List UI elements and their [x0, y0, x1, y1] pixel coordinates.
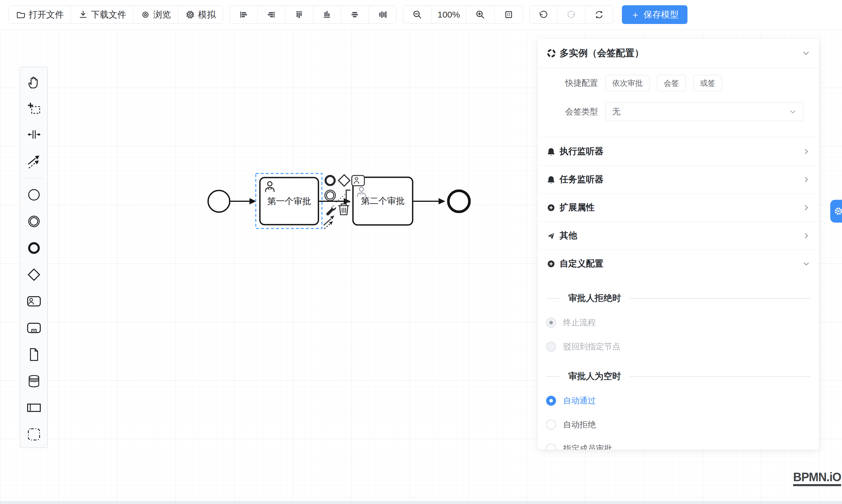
plus-icon: ＋ [631, 10, 640, 19]
radio-label: 指定成员审批 [563, 443, 612, 450]
create-start-event[interactable] [20, 181, 48, 208]
section-other[interactable]: 其他 [538, 221, 819, 250]
open-file-button[interactable]: 打开文件 [9, 6, 71, 23]
panel-section-list: 执行监听器 任务监听器 扩展属性 [538, 137, 819, 277]
preview-label: 浏览 [153, 9, 171, 21]
radio-icon[interactable] [546, 444, 556, 450]
zoom-in-icon [475, 10, 486, 20]
trash-icon[interactable] [338, 204, 349, 215]
radio-assign-member[interactable]: 指定成员审批 [546, 443, 810, 450]
align-right-button[interactable] [257, 6, 285, 23]
radio-icon[interactable] [546, 342, 556, 352]
align-center-horizontal-button[interactable] [341, 6, 368, 23]
chevron-down-icon[interactable] [802, 49, 810, 57]
radio-icon[interactable] [546, 420, 556, 430]
undo-button[interactable] [530, 6, 557, 23]
panel-header[interactable]: 多实例（会签配置） [538, 39, 819, 68]
section-extended-properties[interactable]: 扩展属性 [538, 193, 819, 221]
append-task-icon[interactable] [352, 176, 364, 186]
section-label: 执行监听器 [560, 145, 603, 157]
group-icon [27, 427, 41, 442]
create-data-object[interactable] [20, 341, 48, 368]
radio-terminate-process[interactable]: 终止流程 [546, 317, 810, 328]
zoom-out-button[interactable] [403, 6, 432, 23]
radio-icon[interactable] [546, 318, 556, 328]
hand-tool[interactable] [20, 69, 48, 95]
append-end-event-icon[interactable] [326, 176, 335, 185]
connect-icon[interactable] [324, 216, 334, 229]
create-intermediate-event[interactable] [20, 208, 48, 235]
paper-plane-icon [547, 231, 556, 240]
bpmn-io-logo[interactable]: BPMN.iO [793, 470, 841, 486]
reset-button[interactable] [585, 6, 613, 23]
save-model-button[interactable]: ＋ 保存模型 [622, 5, 687, 24]
task-label: 第二个审批 [361, 196, 405, 205]
simulate-label: 模拟 [198, 9, 216, 21]
data-store-icon [27, 374, 41, 388]
global-connect-tool[interactable] [20, 149, 48, 175]
create-data-store[interactable] [20, 368, 48, 394]
quick-countersign-button[interactable]: 会签 [657, 75, 686, 91]
quick-config-label: 快捷配置 [547, 77, 598, 89]
space-tool[interactable] [20, 122, 48, 149]
horizontal-scrollbar[interactable] [0, 501, 842, 504]
quick-sequential-button[interactable]: 依次审批 [606, 75, 649, 91]
radio-label: 终止流程 [563, 317, 596, 328]
align-bottom-button[interactable] [313, 6, 341, 23]
gear-icon [833, 206, 842, 216]
eye-icon [140, 10, 151, 20]
align-center-vertical-button[interactable] [368, 6, 396, 23]
align-bottom-icon [322, 10, 332, 20]
append-gateway-icon[interactable] [339, 175, 350, 186]
section-label: 扩展属性 [560, 201, 595, 214]
sign-type-select[interactable]: 无 [606, 102, 803, 121]
radio-return-to-node[interactable]: 驳回到指定节点 [546, 341, 810, 352]
section-label: 任务监听器 [560, 174, 603, 185]
logo-text: BPMN.iO [793, 470, 841, 484]
create-participant[interactable] [20, 394, 48, 421]
preview-button[interactable]: 浏览 [133, 6, 178, 23]
end-event-icon [27, 241, 41, 255]
quick-orsign-button[interactable]: 或签 [693, 75, 722, 91]
radio-auto-reject[interactable]: 自动拒绝 [546, 419, 810, 430]
zoom-in-button[interactable] [466, 6, 494, 23]
history-button-group [529, 5, 613, 24]
align-top-button[interactable] [285, 6, 313, 23]
section-execution-listener[interactable]: 执行监听器 [538, 137, 819, 165]
simulate-button[interactable]: 模拟 [178, 6, 223, 23]
section-label: 其他 [560, 230, 577, 241]
start-event-shape[interactable] [208, 191, 230, 212]
radio-icon[interactable] [546, 396, 556, 406]
divider [630, 298, 810, 299]
divider [630, 376, 810, 377]
lasso-tool[interactable] [20, 95, 48, 122]
file-button-group: 打开文件 下载文件 浏览 [8, 5, 223, 24]
undo-icon [539, 10, 548, 20]
append-intermediate-event-inner[interactable] [327, 192, 334, 199]
download-file-button[interactable]: 下载文件 [71, 6, 133, 23]
fit-view-button[interactable] [494, 6, 523, 23]
append-text-annotation-icon[interactable] [336, 190, 350, 202]
top-toolbar: 打开文件 下载文件 浏览 [0, 0, 842, 29]
align-left-button[interactable] [230, 6, 257, 23]
align-center-vertical-icon [378, 10, 387, 20]
create-end-event[interactable] [20, 235, 48, 261]
plus-circle-icon [547, 203, 556, 212]
create-user-task[interactable] [20, 288, 48, 314]
align-button-group [229, 5, 397, 24]
empty-subheader: 审批人为空时 [546, 370, 810, 382]
radio-label: 自动拒绝 [563, 419, 596, 430]
radio-auto-pass[interactable]: 自动通过 [546, 395, 810, 406]
create-gateway[interactable] [20, 261, 48, 288]
section-custom-config[interactable]: 自定义配置 [538, 250, 819, 277]
user-task-1[interactable]: 第一个审批 [260, 178, 318, 224]
space-tool-icon [27, 128, 41, 142]
create-group[interactable] [20, 421, 48, 448]
create-subprocess[interactable] [20, 314, 48, 341]
section-task-listener[interactable]: 任务监听器 [538, 165, 819, 193]
end-event-shape[interactable] [449, 191, 470, 212]
reset-icon [594, 10, 604, 20]
wrench-icon[interactable] [326, 205, 336, 216]
redo-button[interactable] [557, 6, 585, 23]
settings-tab[interactable] [830, 200, 842, 222]
